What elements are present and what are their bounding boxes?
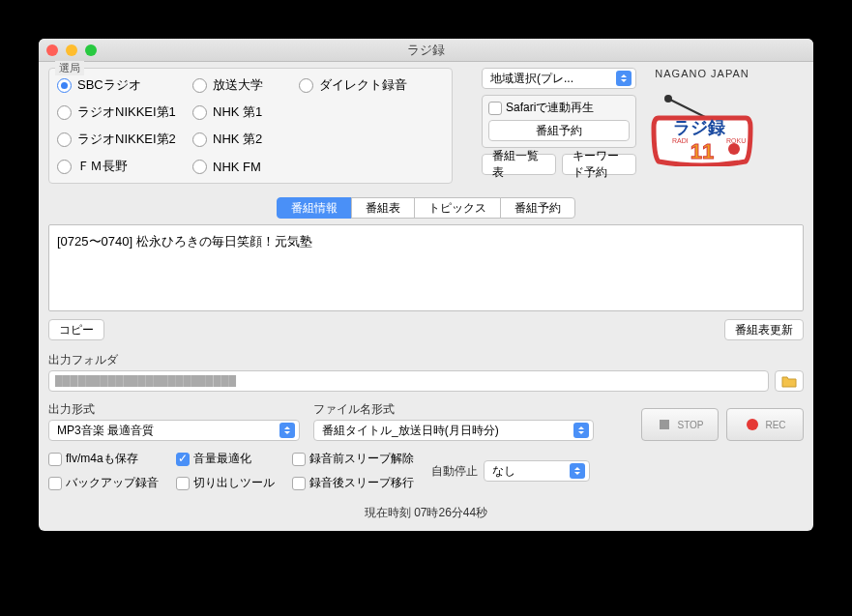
station-label: NHK FM xyxy=(213,160,261,174)
station-label: SBCラジオ xyxy=(77,76,141,94)
station-radio[interactable]: ラジオNIKKEI第1 xyxy=(57,103,192,121)
region-select-value: 地域選択(プレ... xyxy=(490,71,573,87)
station-radio[interactable]: ラジオNIKKEI第2 xyxy=(57,131,192,148)
app-window: ラジ録 選局 SBCラジオ放送大学ダイレクト録音ラジオNIKKEI第1NHK 第… xyxy=(39,39,813,531)
output-format-select[interactable]: MP3音楽 最適音質 xyxy=(48,420,300,441)
record-icon xyxy=(744,416,761,433)
cutout-checkbox[interactable]: 切り出しツール xyxy=(176,475,275,491)
program-info-text: [0725〜0740] 松永ひろきの毎日笑顔！元気塾 xyxy=(57,234,312,249)
chevron-updown-icon xyxy=(573,423,589,438)
postsleep-checkbox[interactable]: 録音後スリープ移行 xyxy=(292,475,414,491)
chevron-updown-icon xyxy=(570,463,585,479)
output-format-value: MP3音楽 最適音質 xyxy=(57,423,154,439)
station-radio[interactable]: ダイレクト録音 xyxy=(299,76,444,94)
station-radio[interactable]: 放送大学 xyxy=(192,76,299,94)
output-format-label: 出力形式 xyxy=(48,401,300,418)
svg-line-0 xyxy=(668,99,707,118)
prewake-checkbox[interactable]: 録音前スリープ解除 xyxy=(292,451,414,467)
current-time: 現在時刻 07時26分44秒 xyxy=(48,505,804,521)
program-list-button[interactable]: 番組一覧表 xyxy=(482,154,556,175)
logo-area: NAGANO JAPAN ラジ録 RADI ROKU 11 xyxy=(644,68,760,169)
filename-format-label: ファイル名形式 xyxy=(313,401,594,418)
update-schedule-button[interactable]: 番組表更新 xyxy=(724,319,804,340)
output-folder-input[interactable] xyxy=(48,370,769,392)
stop-icon xyxy=(656,416,673,433)
svg-text:ROKU: ROKU xyxy=(726,137,746,144)
station-radio[interactable]: SBCラジオ xyxy=(57,76,192,94)
tab-3[interactable]: 番組予約 xyxy=(500,197,575,219)
svg-point-6 xyxy=(728,143,740,155)
flv-checkbox[interactable]: flv/m4aも保存 xyxy=(48,451,159,467)
tab-2[interactable]: トピックス xyxy=(414,197,501,219)
station-label: ラジオNIKKEI第2 xyxy=(77,131,176,148)
tab-1[interactable]: 番組表 xyxy=(351,197,415,219)
station-radio[interactable]: NHK 第1 xyxy=(192,103,299,121)
safari-group: Safariで連動再生 番組予約 xyxy=(482,95,636,148)
svg-text:11: 11 xyxy=(690,139,714,163)
browse-folder-button[interactable] xyxy=(775,370,804,392)
station-radio[interactable]: ＦＭ長野 xyxy=(57,158,192,175)
region-select[interactable]: 地域選択(プレ... xyxy=(482,68,636,89)
station-label: ＦＭ長野 xyxy=(77,158,128,175)
auto-stop-value: なし xyxy=(492,463,515,480)
station-radio[interactable]: NHK 第2 xyxy=(192,131,299,148)
folder-icon xyxy=(781,374,797,388)
titlebar: ラジ録 xyxy=(39,39,813,62)
safari-checkbox-label: Safariで連動再生 xyxy=(506,100,594,116)
station-legend: 選局 xyxy=(55,61,84,75)
copy-button[interactable]: コピー xyxy=(48,319,104,340)
window-title: ラジ録 xyxy=(39,42,813,59)
backup-checkbox[interactable]: バックアップ録音 xyxy=(48,475,159,491)
volume-checkbox[interactable]: 音量最適化 xyxy=(176,451,275,467)
reserve-button[interactable]: 番組予約 xyxy=(488,120,630,141)
svg-text:ラジ録: ラジ録 xyxy=(673,118,725,137)
station-radio[interactable]: NHK FM xyxy=(192,158,299,175)
svg-text:RADI: RADI xyxy=(672,137,689,144)
auto-stop-select[interactable]: なし xyxy=(484,460,590,482)
station-label: NHK 第2 xyxy=(213,131,262,148)
station-group: 選局 SBCラジオ放送大学ダイレクト録音ラジオNIKKEI第1NHK 第1ラジオ… xyxy=(48,68,453,184)
logo-caption: NAGANO JAPAN xyxy=(644,68,760,79)
filename-format-select[interactable]: 番組タイトル_放送日時(月日時分) xyxy=(313,420,594,441)
program-info-box: [0725〜0740] 松永ひろきの毎日笑顔！元気塾 xyxy=(48,224,804,311)
content-tabs: 番組情報番組表トピックス番組予約 xyxy=(48,197,804,219)
station-label: ダイレクト録音 xyxy=(319,76,407,94)
keyword-reserve-button[interactable]: キーワード予約 xyxy=(562,154,636,175)
radio-logo-icon: ラジ録 RADI ROKU 11 xyxy=(649,79,755,166)
auto-stop-label: 自動停止 xyxy=(431,463,478,480)
tab-0[interactable]: 番組情報 xyxy=(277,197,352,219)
record-button[interactable]: REC xyxy=(726,408,804,441)
station-label: NHK 第1 xyxy=(213,103,262,121)
output-folder-label: 出力フォルダ xyxy=(48,352,804,368)
station-label: ラジオNIKKEI第1 xyxy=(77,103,176,121)
stop-button[interactable]: STOP xyxy=(641,408,719,441)
filename-format-value: 番組タイトル_放送日時(月日時分) xyxy=(322,423,499,439)
svg-rect-7 xyxy=(660,420,669,429)
chevron-updown-icon xyxy=(279,423,295,438)
safari-checkbox[interactable]: Safariで連動再生 xyxy=(488,100,630,116)
chevron-updown-icon xyxy=(616,71,632,86)
svg-point-8 xyxy=(747,419,758,430)
station-label: 放送大学 xyxy=(213,76,263,94)
svg-point-1 xyxy=(664,95,672,103)
